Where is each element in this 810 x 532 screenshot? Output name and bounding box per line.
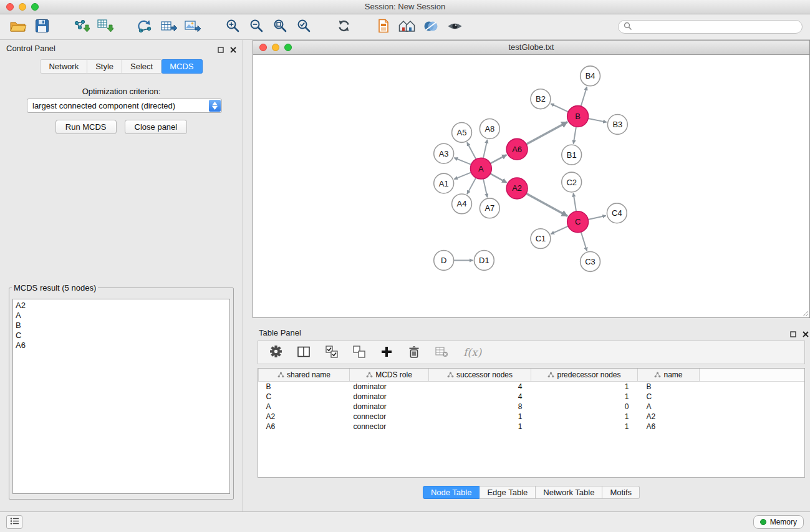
optimization-criterion-select[interactable]: largest connected component (directed) <box>27 99 222 113</box>
graph-node-C1[interactable]: C1 <box>531 229 551 249</box>
search-field[interactable] <box>618 20 803 34</box>
show-columns-button[interactable] <box>296 344 312 361</box>
table-row[interactable]: Bdominator41B <box>259 382 805 392</box>
graph-node-D[interactable]: D <box>434 251 454 271</box>
column-header-MCDS-role[interactable]: MCDS role <box>350 369 429 382</box>
graph-node-B3[interactable]: B3 <box>607 115 627 135</box>
mcds-result-item[interactable]: A6 <box>13 341 229 351</box>
task-history-button[interactable] <box>6 515 22 529</box>
annotations-button[interactable] <box>374 16 393 37</box>
column-header-shared-name[interactable]: shared name <box>259 369 350 382</box>
column-header-predecessor-nodes[interactable]: predecessor nodes <box>531 369 638 382</box>
graph-node-C4[interactable]: C4 <box>607 203 627 223</box>
graph-node-C3[interactable]: C3 <box>581 252 600 272</box>
close-panel-icon[interactable] <box>230 44 236 56</box>
open-session-button[interactable] <box>8 16 28 37</box>
refresh-layout-button[interactable] <box>334 16 354 37</box>
zoom-selected-button[interactable] <box>294 16 314 37</box>
graph-node-B1[interactable]: B1 <box>562 145 582 165</box>
memory-button[interactable]: Memory <box>753 515 804 529</box>
column-header-name[interactable]: name <box>638 369 700 382</box>
graph-node-A2[interactable]: A2 <box>506 178 528 199</box>
table-settings-button[interactable] <box>268 344 284 361</box>
save-session-button[interactable] <box>32 16 52 37</box>
export-image-button[interactable] <box>183 16 203 37</box>
graph-node-D1[interactable]: D1 <box>474 251 494 271</box>
zoom-in-button[interactable] <box>223 16 243 37</box>
zoom-out-button[interactable] <box>246 16 266 37</box>
table-row[interactable]: A6connector11A6 <box>259 422 805 432</box>
graph-node-C2[interactable]: C2 <box>562 172 582 192</box>
graph-node-A3[interactable]: A3 <box>434 143 454 163</box>
unselect-all-button[interactable] <box>352 344 367 361</box>
function-builder-button[interactable]: f(x) <box>462 344 483 361</box>
network-zoom-button[interactable] <box>284 44 292 51</box>
graph-node-A7[interactable]: A7 <box>480 198 499 218</box>
graph-edge-A-A3[interactable] <box>454 158 471 165</box>
column-header-successor-nodes[interactable]: successor nodes <box>429 369 531 382</box>
mcds-result-item[interactable]: B <box>13 321 229 331</box>
graph-edge-C-C2[interactable] <box>573 193 576 211</box>
graph-edge-C-C3[interactable] <box>581 232 587 251</box>
graph-edge-A6-B[interactable] <box>526 122 567 144</box>
tab-network-table[interactable]: Network Table <box>536 486 602 499</box>
search-input[interactable] <box>635 22 797 32</box>
graph-edge-B-B3[interactable] <box>588 118 607 122</box>
graph-edge-C-C1[interactable] <box>551 226 568 235</box>
run-mcds-button[interactable]: Run MCDS <box>55 120 117 134</box>
import-network-button[interactable] <box>72 16 92 37</box>
graph-node-A6[interactable]: A6 <box>506 138 528 160</box>
graph-edge-A2-C[interactable] <box>526 193 567 216</box>
tab-style[interactable]: Style <box>87 59 122 74</box>
graph-edge-A-A7[interactable] <box>483 179 488 198</box>
delete-table-button[interactable] <box>434 344 450 361</box>
graph-edge-B-B4[interactable] <box>581 87 587 106</box>
select-all-button[interactable] <box>324 344 339 361</box>
tab-mcds[interactable]: MCDS <box>162 59 202 74</box>
graph-edge-A-A8[interactable] <box>483 140 488 158</box>
close-panel-button[interactable]: Close panel <box>125 120 188 134</box>
close-window-button[interactable] <box>6 3 14 11</box>
graph-edge-B-B1[interactable] <box>574 127 576 143</box>
tab-motifs[interactable]: Motifs <box>602 486 640 499</box>
network-canvas[interactable]: B4B2BB3A5A8A6A3B1AC2A1A2A4A7C4CC1C3DD1 <box>253 55 809 317</box>
tab-network[interactable]: Network <box>40 59 87 74</box>
graph-edge-B-B2[interactable] <box>551 104 568 112</box>
resize-grip-icon[interactable] <box>801 309 809 317</box>
mcds-result-item[interactable]: A <box>13 311 229 321</box>
tab-edge-table[interactable]: Edge Table <box>480 486 536 499</box>
graph-edge-C-C4[interactable] <box>588 216 606 220</box>
zoom-fit-button[interactable] <box>270 16 290 37</box>
graph-edge-A-A6[interactable] <box>490 155 506 163</box>
network-overview-button[interactable] <box>397 16 417 37</box>
network-window-titlebar[interactable]: testGlobe.txt <box>253 41 809 55</box>
graph-node-B4[interactable]: B4 <box>581 66 600 86</box>
graph-node-A5[interactable]: A5 <box>452 122 472 142</box>
graph-node-A8[interactable]: A8 <box>480 119 499 139</box>
graph-node-B2[interactable]: B2 <box>531 89 551 109</box>
network-close-button[interactable] <box>259 44 267 51</box>
float-panel-icon[interactable] <box>218 44 224 56</box>
graph-edge-A-A1[interactable] <box>454 172 471 179</box>
level-of-detail-button[interactable] <box>421 16 441 37</box>
graph-node-A4[interactable]: A4 <box>452 194 472 214</box>
graph-node-C[interactable]: C <box>567 211 589 233</box>
table-row[interactable]: Adominator80A <box>259 402 805 412</box>
mcds-result-item[interactable]: C <box>13 331 229 341</box>
delete-row-button[interactable] <box>407 344 422 361</box>
graph-edge-A-A4[interactable] <box>467 178 476 194</box>
mcds-result-item[interactable]: A2 <box>13 301 229 311</box>
graph-edge-A-A5[interactable] <box>467 142 476 159</box>
close-table-panel-icon[interactable] <box>803 329 809 340</box>
float-table-panel-icon[interactable] <box>790 329 796 340</box>
graph-edge-A-A2[interactable] <box>490 173 506 183</box>
tab-select[interactable]: Select <box>122 59 162 74</box>
graph-node-B[interactable]: B <box>567 106 589 127</box>
show-hide-panels-button[interactable] <box>445 16 465 37</box>
export-table-button[interactable] <box>159 16 179 37</box>
export-network-button[interactable] <box>135 16 155 37</box>
table-row[interactable]: Cdominator41C <box>259 392 805 402</box>
minimize-window-button[interactable] <box>19 3 26 11</box>
import-table-button[interactable] <box>95 16 115 37</box>
graph-node-A1[interactable]: A1 <box>434 173 454 193</box>
